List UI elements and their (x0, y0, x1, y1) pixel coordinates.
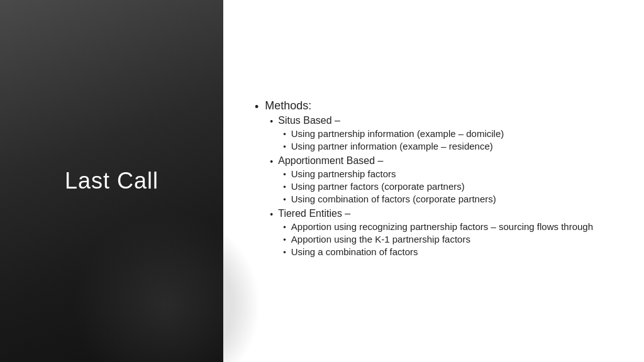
slide-title: Last Call (65, 168, 158, 194)
list-item: • Tiered Entities – • Apportion using re… (270, 208, 616, 259)
tiered-list: • Apportion using recognizing partnershi… (283, 221, 616, 257)
methods-list: • Situs Based – • Using partnership info… (270, 115, 616, 259)
bullet-icon: • (255, 101, 258, 114)
tiered-child-3: Using a combination of factors (291, 246, 418, 257)
tiered-label: Tiered Entities – (278, 208, 350, 219)
situs-based-label: Situs Based – (278, 115, 340, 126)
bullet-icon: • (270, 116, 273, 126)
tiered-child-1: Apportion using recognizing partnership … (291, 221, 593, 232)
situs-list: • Using partnership information (example… (283, 128, 616, 151)
list-item: • Using partner information (example – r… (283, 141, 616, 151)
list-item: • Using a combination of factors (283, 246, 616, 257)
bullet-icon: • (283, 129, 286, 139)
situs-child-2: Using partner information (example – res… (291, 141, 493, 151)
apportion-child-2: Using partner factors (corporate partner… (291, 181, 465, 192)
tiered-child-2: Apportion using the K-1 partnership fact… (291, 234, 470, 244)
apportionment-label: Apportionment Based – (278, 155, 383, 166)
list-item: • Apportion using the K-1 partnership fa… (283, 234, 616, 244)
list-item: • Using partner factors (corporate partn… (283, 181, 616, 192)
left-panel: Last Call (0, 0, 223, 362)
main-list: • Methods: • Situs Based – • (255, 99, 616, 261)
content-area: • Methods: • Situs Based – • (255, 99, 616, 263)
bullet-icon: • (283, 142, 286, 151)
bullet-icon: • (283, 170, 286, 179)
apportionment-list: • Using partnership factors • Using (283, 168, 616, 204)
right-panel: • Methods: • Situs Based – • (223, 0, 644, 362)
bullet-icon: • (270, 156, 273, 167)
bullet-icon: • (283, 182, 286, 192)
apportion-child-3: Using combination of factors (corporate … (291, 194, 496, 204)
list-item: • Situs Based – • Using partnership info… (270, 115, 616, 153)
list-item: • Using combination of factors (corporat… (283, 194, 616, 204)
bullet-icon: • (283, 248, 286, 257)
list-item: • Apportionment Based – • Using partners… (270, 155, 616, 206)
situs-child-1: Using partnership information (example –… (291, 128, 504, 139)
apportion-child-1: Using partnership factors (291, 168, 396, 179)
list-item: • Using partnership information (example… (283, 128, 616, 139)
list-item: • Apportion using recognizing partnershi… (283, 221, 616, 232)
list-item: • Using partnership factors (283, 168, 616, 179)
bullet-icon: • (270, 209, 273, 219)
list-item: • Methods: • Situs Based – • (255, 99, 616, 261)
methods-label: Methods: (265, 99, 311, 112)
bullet-icon: • (283, 235, 286, 244)
bullet-icon: • (283, 222, 286, 232)
bullet-icon: • (283, 195, 286, 204)
